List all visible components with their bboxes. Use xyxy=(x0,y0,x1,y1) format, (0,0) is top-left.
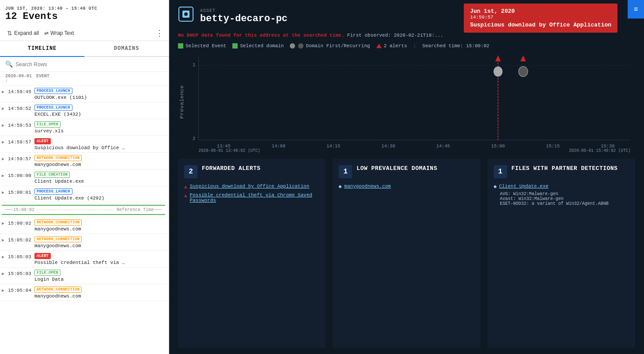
expand-label: Expand all xyxy=(14,30,39,36)
svg-point-2 xyxy=(184,12,188,16)
row-chevron: ▶ xyxy=(2,171,8,178)
expand-icon: ⇅ xyxy=(7,30,12,37)
expand-all-button[interactable]: ⇅ Expand all xyxy=(5,29,41,38)
alert-triangle-icon: ▲ xyxy=(184,193,187,199)
event-time: 15:00:01 xyxy=(8,188,34,195)
row-chevron: ▶ xyxy=(2,138,8,145)
tooltip-time: 14:59:57 xyxy=(470,15,611,20)
event-time: 15:05:03 xyxy=(8,269,34,276)
event-time: 14:59:45 xyxy=(8,87,34,94)
card-item-file-row: Client Update.exe xyxy=(494,184,629,189)
card-title: FORWARDED ALERTS xyxy=(202,165,261,173)
event-row[interactable]: ▶ 15:05:04 NETWORK_CONNECTION manygoodne… xyxy=(0,284,169,301)
event-badge: PROCESS_LAUNCH xyxy=(34,105,72,111)
more-options-button[interactable]: ⋮ xyxy=(155,28,163,38)
legend-domain-first: Domain First/Recurring xyxy=(290,43,370,49)
event-name: Client Update.exe (4292) xyxy=(34,196,165,201)
row-chevron: ▶ xyxy=(2,154,8,162)
svg-point-24 xyxy=(519,67,528,77)
event-badge: FILE_OPEN xyxy=(34,121,61,128)
tab-timeline[interactable]: TIMELINE xyxy=(0,41,84,57)
wrap-text-button[interactable]: ⇌ Wrap Text xyxy=(44,30,74,36)
event-row[interactable]: ▶ 14:59:45 PROCESS_LAUNCH OUTLOOK.exe (1… xyxy=(0,86,169,102)
svg-marker-22 xyxy=(520,55,526,61)
filter-button[interactable]: ≡ xyxy=(628,0,644,19)
card-item-alert: ▲ Suspicious download by Office Applicat… xyxy=(184,184,319,190)
event-time: 15:05:02 xyxy=(8,236,34,243)
event-time: 15:00:02 xyxy=(8,219,34,226)
card-title: FILES WITH PARTNER DETECTIONS xyxy=(511,165,618,173)
card-header: 2 FORWARDED ALERTS xyxy=(184,165,319,178)
event-badge: FILE_OPEN xyxy=(34,270,61,276)
event-row[interactable]: ▶ 14:59:52 PROCESS_LAUNCH EXCEL.EXE (343… xyxy=(0,102,169,119)
event-name: manygoodnews.com xyxy=(34,294,165,299)
event-name: Possible credential theft via … xyxy=(34,260,165,265)
svg-text:2020-06-01 15:40:02 (UTC): 2020-06-01 15:40:02 (UTC) xyxy=(569,148,630,153)
legend-selected-domain: Selected domain xyxy=(232,43,284,49)
event-details: FILE_OPEN Login Data xyxy=(34,269,165,282)
event-row[interactable]: ▶ 14:59:57 ALERT Suspicious download by … xyxy=(0,136,169,153)
legend-separator: | xyxy=(413,43,417,49)
asset-name: betty-decaro-pc xyxy=(200,13,288,24)
event-name: survey.xls xyxy=(34,128,165,134)
svg-text:14:30: 14:30 xyxy=(382,143,395,149)
card-header: 1 FILES WITH PARTNER DETECTIONS xyxy=(494,165,629,178)
event-row[interactable]: ▶ 15:00:00 FILE_CREATION Client Update.e… xyxy=(0,169,169,186)
row-chevron: ▶ xyxy=(2,104,8,111)
domain-dot-icon xyxy=(339,185,341,188)
asset-icon xyxy=(178,6,194,26)
event-row[interactable]: ▶ 15:05:03 ALERT Possible credential the… xyxy=(0,251,169,267)
event-row[interactable]: ▶ 14:59:57 NETWORK_CONNECTION manygoodne… xyxy=(0,153,169,169)
svg-text:14:45: 14:45 xyxy=(436,143,450,149)
dhcp-text: No DHCP data found for this address at t… xyxy=(178,33,344,38)
event-time: 15:05:04 xyxy=(8,286,34,293)
event-time: 15:05:03 xyxy=(8,252,34,260)
chart-svg: Prevalence 1 2 13:45 14:00 14:15 14:30 1… xyxy=(178,51,635,153)
svg-text:1: 1 xyxy=(193,62,196,68)
event-badge: FILE_CREATION xyxy=(34,172,70,178)
card-item-text: Possible credential theft via Chrome Sav… xyxy=(190,192,320,203)
card-title: LOW PREVALENCE DOMAINS xyxy=(356,165,437,173)
event-name: OUTLOOK.exe (1101) xyxy=(34,95,165,100)
legend-bar: Selected Event Selected domain Domain Fi… xyxy=(169,41,644,51)
row-chevron: ▶ xyxy=(2,121,8,128)
row-chevron: ▶ xyxy=(2,188,8,195)
event-row[interactable]: ▶ 15:05:03 FILE_OPEN Login Data xyxy=(0,267,169,284)
first-observed: First observed: 2020-02-21T18:... xyxy=(347,33,443,38)
search-input[interactable] xyxy=(15,61,163,68)
event-row[interactable]: ─── 15:00:02 Reference Time ─── xyxy=(0,203,169,217)
svg-text:15:15: 15:15 xyxy=(546,143,560,149)
card-item-text: Suspicious download by Office Applicatio… xyxy=(190,184,310,189)
event-details: FILE_OPEN survey.xls xyxy=(34,121,165,134)
event-details: PROCESS_LAUNCH Client Update.exe (4292) xyxy=(34,188,165,201)
event-time: 14:59:57 xyxy=(8,138,34,145)
card-sub-text: AVG: Win32:Malware-gen Avast: Win32:Malw… xyxy=(494,192,629,206)
tab-domains[interactable]: DOMAINS xyxy=(84,41,169,56)
event-details: PROCESS_LAUNCH OUTLOOK.exe (1101) xyxy=(34,87,165,100)
tabs: TIMELINE DOMAINS xyxy=(0,41,169,57)
event-badge: NETWORK_CONNECTION xyxy=(34,236,82,242)
event-details: PROCESS_LAUNCH EXCEL.EXE (3432) xyxy=(34,104,165,117)
event-time: 14:59:53 xyxy=(8,121,34,128)
event-row[interactable]: ▶ 15:00:02 NETWORK_CONNECTION manygoodne… xyxy=(0,217,169,234)
searched-time-label: Searched time: 15:00:02 xyxy=(422,43,489,49)
col-event-header: EVENT xyxy=(36,74,163,83)
event-row[interactable]: ▶ 15:00:01 PROCESS_LAUNCH Client Update.… xyxy=(0,186,169,203)
date-range: JUN 1ST, 2020: 13:40 – 15:40 UTC xyxy=(5,6,163,11)
event-row[interactable]: ▶ 15:05:02 NETWORK_CONNECTION manygoodne… xyxy=(0,234,169,251)
event-badge: PROCESS_LAUNCH xyxy=(34,188,72,195)
column-headers: 2020-06-01 ↑ EVENT xyxy=(0,72,169,86)
svg-marker-21 xyxy=(495,55,500,61)
row-chevron: ▶ xyxy=(2,87,8,94)
svg-text:15:00: 15:00 xyxy=(491,143,505,149)
event-row[interactable]: ▶ 14:59:53 FILE_OPEN survey.xls xyxy=(0,119,169,136)
left-panel: JUN 1ST, 2020: 13:40 – 15:40 UTC 12 Even… xyxy=(0,0,169,354)
event-details: NETWORK_CONNECTION manygoodnews.com xyxy=(34,154,165,167)
event-name: Suspicious download by Office … xyxy=(34,145,165,151)
summary-card: 1 LOW PREVALENCE DOMAINS manygoodnews.co… xyxy=(333,159,480,348)
alert-tooltip: Jun 1st, 2020 14:59:57 Suspicious downlo… xyxy=(464,4,617,33)
cards-row: 2 FORWARDED ALERTS ▲ Suspicious download… xyxy=(169,153,644,354)
event-name: manygoodnews.com xyxy=(34,162,165,167)
svg-point-23 xyxy=(493,67,503,77)
summary-card: 2 FORWARDED ALERTS ▲ Suspicious download… xyxy=(178,159,326,348)
